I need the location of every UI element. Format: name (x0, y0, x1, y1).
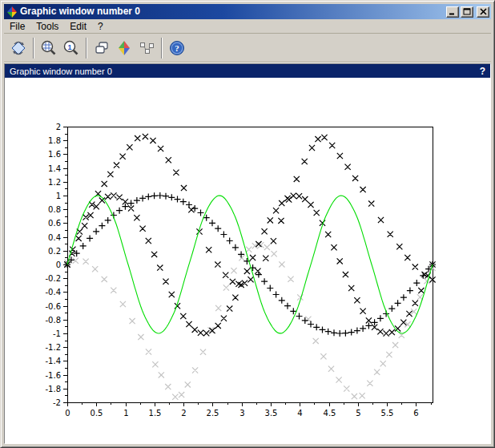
graphics-editor-icon (93, 39, 111, 57)
zoom-area-button[interactable] (38, 37, 60, 59)
datatips-icon (138, 39, 155, 57)
maximize-button[interactable] (461, 6, 473, 18)
scilab-graphic-window: Graphic window number 0 File Tools Edit … (0, 0, 495, 448)
infobar-title: Graphic window number 0 (10, 67, 112, 76)
toolbar-separator (33, 38, 34, 59)
datatips-button[interactable] (135, 37, 158, 59)
y-tick-label: -0.2 (45, 274, 61, 283)
menu-help[interactable]: ? (92, 20, 109, 33)
menu-edit[interactable]: Edit (64, 20, 92, 33)
x-tick-label: 5 (356, 409, 360, 418)
y-tick-label: -0.4 (45, 288, 61, 297)
rotate-button[interactable] (7, 37, 30, 59)
y-tick-label: 1.4 (48, 164, 61, 173)
plot-canvas[interactable]: 00.511.522.533.544.555.5621.81.61.41.210… (5, 78, 490, 443)
x-tick-label: 1.5 (149, 409, 162, 418)
x-tick-label: 0 (65, 409, 70, 418)
toolbar: 1 (4, 34, 491, 63)
y-tick-label: 1.8 (48, 136, 61, 145)
y-tick-label: 0.8 (48, 205, 61, 214)
toolbar-separator (161, 38, 163, 59)
maximize-icon (463, 8, 471, 15)
menu-tools[interactable]: Tools (30, 20, 64, 33)
minimize-icon (449, 8, 457, 15)
y-tick-label: 0 (56, 260, 61, 269)
window-title: Graphic window number 0 (20, 4, 446, 19)
x-tick-label: 0.5 (91, 409, 103, 418)
close-icon (480, 8, 487, 15)
close-button[interactable] (477, 6, 489, 18)
figure-client-area: Graphic window number 0 ? 00.511.522.533… (4, 63, 491, 444)
entity-picker-icon (115, 39, 133, 57)
x-tick-label: 4 (297, 409, 302, 418)
y-tick-label: 0.2 (48, 247, 61, 256)
x-tick-label: 2.5 (207, 409, 219, 418)
y-tick-label: 0.6 (48, 219, 61, 228)
zoom-area-icon (40, 39, 58, 57)
plot-svg[interactable]: 00.511.522.533.544.555.5621.81.61.41.210… (5, 78, 490, 443)
y-tick-label: 1.2 (48, 178, 61, 187)
menubar: File Tools Edit ? (4, 19, 491, 34)
y-tick-label: -1.6 (45, 371, 61, 380)
rotate-icon (10, 39, 27, 57)
y-tick-label: -1.8 (45, 385, 61, 394)
x-tick-label: 4.5 (324, 409, 336, 418)
x-tick-label: 6 (413, 409, 418, 418)
toolbar-separator (86, 38, 87, 59)
svg-text:?: ? (175, 43, 179, 53)
x-tick-label: 1 (123, 409, 128, 418)
graphics-editor-button[interactable] (91, 37, 113, 59)
x-tick-label: 3 (239, 409, 244, 418)
y-tick-label: 0.4 (48, 233, 61, 242)
y-tick-label: 1.6 (48, 150, 61, 159)
figure-info-bar: Graphic window number 0 ? (5, 64, 490, 78)
help-button[interactable]: ? (166, 37, 188, 59)
zoom-reset-button[interactable]: 1 (60, 37, 82, 59)
y-tick-label: 1 (56, 192, 61, 200)
y-tick-label: -2 (53, 398, 61, 407)
x-tick-label: 2 (181, 409, 186, 418)
y-tick-label: -0.8 (45, 316, 61, 325)
y-tick-label: -0.6 (45, 302, 61, 311)
x-tick-label: 5.5 (381, 409, 394, 418)
svg-text:1: 1 (67, 42, 71, 50)
y-tick-label: -1 (53, 329, 61, 338)
help-icon: ? (168, 39, 186, 57)
zoom-reset-icon: 1 (62, 39, 80, 57)
minimize-button[interactable] (446, 6, 459, 18)
y-tick-label: 2 (56, 123, 61, 131)
infobar-help[interactable]: ? (480, 66, 485, 77)
y-tick-label: -1.4 (45, 357, 61, 365)
titlebar[interactable]: Graphic window number 0 (4, 4, 491, 19)
entity-picker-button[interactable] (113, 37, 135, 59)
scilab-app-icon (6, 6, 18, 18)
y-tick-label: -1.2 (45, 343, 61, 352)
x-tick-label: 3.5 (265, 409, 278, 418)
menu-file[interactable]: File (4, 20, 30, 33)
